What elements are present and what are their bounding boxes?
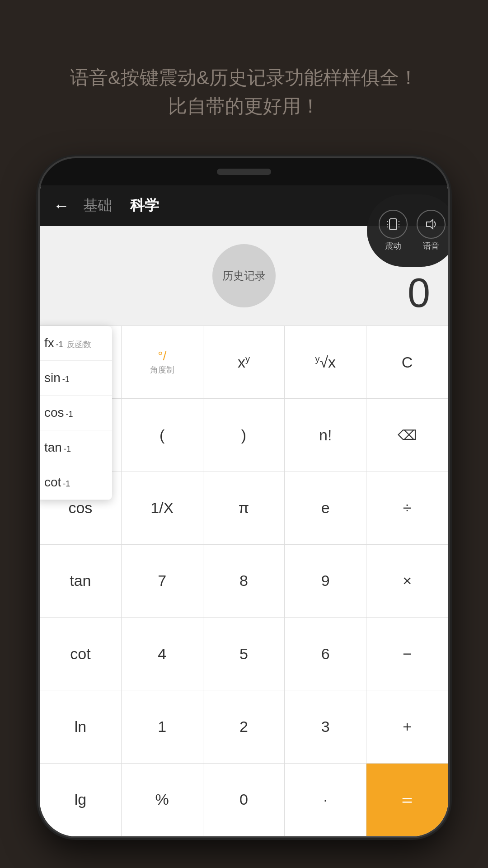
sound-button[interactable]: 语音 xyxy=(417,210,446,251)
svg-marker-7 xyxy=(427,220,433,229)
key-7[interactable]: 7 xyxy=(122,545,203,618)
key-factorial[interactable]: n! xyxy=(285,399,366,472)
key-decimal[interactable]: · xyxy=(285,764,366,836)
key-fx[interactable]: fx 函数 fx -1 反函数 sin -1 cos -1 xyxy=(40,326,122,399)
sound-icon xyxy=(417,210,446,239)
key-percent[interactable]: % xyxy=(122,764,203,836)
key-4[interactable]: 4 xyxy=(122,618,203,690)
tab-basic[interactable]: 基础 xyxy=(83,196,112,216)
display-value: 0 xyxy=(408,270,430,316)
phone-frame: ← 基础 科学 xyxy=(40,158,448,836)
key-2[interactable]: 2 xyxy=(203,690,285,763)
key-e[interactable]: e xyxy=(285,472,366,545)
key-6[interactable]: 6 xyxy=(285,618,366,690)
promo-text: 语音&按键震动&历史记录功能样样俱全！ 比自带的更好用！ xyxy=(0,63,488,120)
key-backspace[interactable]: ⌫ xyxy=(366,399,448,472)
key-angle[interactable]: °/ 角度制 xyxy=(122,326,203,399)
key-rparen[interactable]: ) xyxy=(203,399,285,472)
key-cot[interactable]: cot xyxy=(40,618,122,690)
promo-line1: 语音&按键震动&历史记录功能样样俱全！ xyxy=(27,63,461,92)
key-3[interactable]: 3 xyxy=(285,690,366,763)
key-power[interactable]: xy xyxy=(203,326,285,399)
phone-speaker xyxy=(217,169,271,175)
key-multiply[interactable]: × xyxy=(366,545,448,618)
key-divide[interactable]: ÷ xyxy=(366,472,448,545)
history-label: 历史记录 xyxy=(222,269,266,283)
vibrate-button[interactable]: 震动 xyxy=(379,210,408,251)
screen: ← 基础 科学 xyxy=(40,185,448,836)
key-tan[interactable]: tan xyxy=(40,545,122,618)
popup-item-cot-inv[interactable]: cot -1 xyxy=(40,465,112,500)
popup-item-fx-inv[interactable]: fx -1 反函数 xyxy=(40,326,112,361)
history-button[interactable]: 历史记录 xyxy=(212,244,276,307)
vibrate-icon xyxy=(379,210,408,239)
key-add[interactable]: + xyxy=(366,690,448,763)
nav-tabs: 基础 科学 xyxy=(83,196,159,216)
popup-item-tan-inv[interactable]: tan -1 xyxy=(40,430,112,465)
key-root[interactable]: y√x xyxy=(285,326,366,399)
key-subtract[interactable]: − xyxy=(366,618,448,690)
key-clear[interactable]: C xyxy=(366,326,448,399)
popup-item-sin-inv[interactable]: sin -1 xyxy=(40,361,112,396)
sound-label: 语音 xyxy=(423,241,439,251)
keyboard: fx 函数 fx -1 反函数 sin -1 cos -1 xyxy=(40,326,448,836)
key-lg[interactable]: lg xyxy=(40,764,122,836)
tab-science[interactable]: 科学 xyxy=(130,196,159,216)
svg-rect-0 xyxy=(389,219,397,230)
key-reciprocal[interactable]: 1/X xyxy=(122,472,203,545)
key-8[interactable]: 8 xyxy=(203,545,285,618)
side-popup: fx -1 反函数 sin -1 cos -1 tan -1 xyxy=(40,326,112,500)
key-0[interactable]: 0 xyxy=(203,764,285,836)
key-lparen[interactable]: ( xyxy=(122,399,203,472)
key-9[interactable]: 9 xyxy=(285,545,366,618)
key-1[interactable]: 1 xyxy=(122,690,203,763)
key-pi[interactable]: π xyxy=(203,472,285,545)
key-ln[interactable]: ln xyxy=(40,690,122,763)
key-equals[interactable]: ＝ xyxy=(366,764,448,836)
back-button[interactable]: ← xyxy=(53,196,70,215)
phone-top-bar xyxy=(40,158,448,185)
vibrate-label: 震动 xyxy=(385,241,401,251)
popup-item-cos-inv[interactable]: cos -1 xyxy=(40,396,112,430)
floating-toolbar: 震动 语音 xyxy=(367,194,448,267)
nav-bar: ← 基础 科学 xyxy=(40,185,448,226)
key-5[interactable]: 5 xyxy=(203,618,285,690)
promo-line2: 比自带的更好用！ xyxy=(27,92,461,120)
